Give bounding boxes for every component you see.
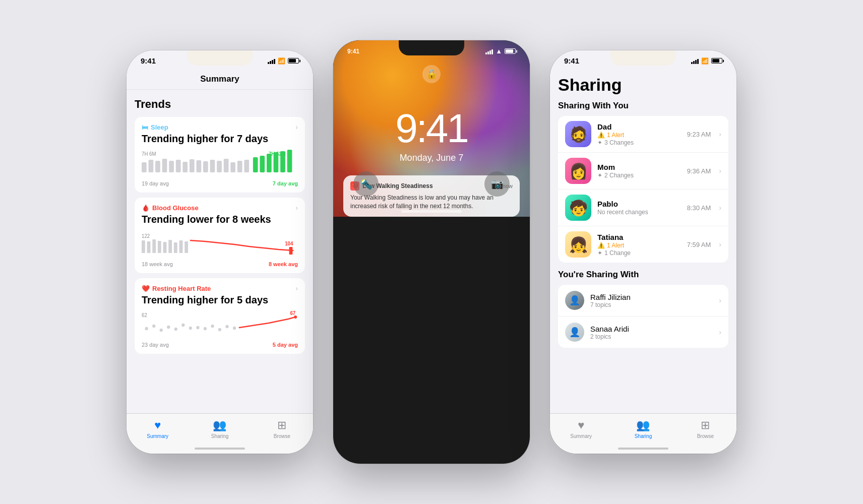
- svg-rect-30: [174, 242, 177, 253]
- alert-icon-dad: ⚠️: [597, 132, 605, 139]
- home-indicator-middle: [401, 210, 462, 213]
- tab-browse-label-left: Browse: [274, 433, 290, 439]
- pablo-info: Pablo No recent changes: [597, 200, 681, 216]
- mom-name: Mom: [597, 163, 681, 171]
- svg-point-47: [226, 326, 228, 328]
- phone-left: 9:41 📶 Summary Trends: [127, 50, 313, 454]
- svg-rect-21: [287, 150, 292, 172]
- youre-sharing-section: 👤 Raffi Jilizian 7 topics › 👤 Sanaa Arid…: [558, 285, 728, 348]
- lock-status-icons: ▲: [485, 47, 516, 55]
- svg-point-39: [167, 326, 170, 329]
- lock-status-time: 9:41: [347, 48, 359, 55]
- lock-time: 9:41: [333, 108, 530, 149]
- tab-browse-right[interactable]: ⊞ Browse: [674, 419, 736, 439]
- glucose-chart-labels: 18 week avg 8 week avg: [142, 261, 298, 267]
- sharing-row-mom[interactable]: 👩 Mom ✦ 2 Changes 9:36 AM ›: [558, 153, 728, 190]
- svg-rect-9: [203, 161, 208, 172]
- svg-point-40: [174, 328, 177, 331]
- lock-bottom-icons: 🔦 📷: [333, 171, 530, 197]
- avatar-tatiana: 👧: [565, 231, 591, 258]
- dad-time: 9:23 AM: [687, 131, 711, 138]
- svg-rect-0: [142, 162, 147, 172]
- raffi-emoji: 👤: [569, 295, 580, 306]
- svg-text:7H 6M: 7H 6M: [142, 151, 156, 157]
- sharing-page-title: Sharing: [558, 67, 728, 101]
- avatar-sanaa: 👤: [565, 323, 584, 342]
- svg-rect-33: [289, 247, 293, 255]
- status-icons-left: 📶: [268, 57, 299, 65]
- trend-card-glucose[interactable]: 🩸 Blood Glucose › Trending lower for 8 w…: [135, 198, 305, 273]
- svg-rect-14: [237, 161, 242, 172]
- sharing-row-raffi[interactable]: 👤 Raffi Jilizian 7 topics ›: [558, 285, 728, 317]
- glucose-description: Trending lower for 8 weeks: [142, 214, 298, 225]
- sleep-chart-labels: 19 day avg 7 day avg: [142, 180, 298, 186]
- raffi-name: Raffi Jilizian: [590, 293, 713, 301]
- glucose-label: 🩸 Blood Glucose: [142, 204, 199, 212]
- heart-chevron-icon: ›: [295, 284, 298, 292]
- svg-rect-16: [253, 157, 258, 172]
- sharing-screen: 9:41 📶 Sharing Sharing With You: [550, 50, 736, 454]
- sleep-chart: 7H 52M 7H 6M: [142, 150, 298, 177]
- heart-icon: ❤️: [142, 285, 150, 292]
- dad-info: Dad ⚠️ 1 Alert ✦ 3 Changes: [597, 122, 681, 146]
- sleep-chevron-icon: ›: [295, 123, 298, 131]
- mom-time: 9:36 AM: [687, 167, 711, 175]
- tatiana-avatar-emoji: 👧: [569, 236, 588, 254]
- svg-point-46: [219, 329, 221, 331]
- svg-rect-8: [197, 160, 202, 172]
- sleep-description: Trending higher for 7 days: [142, 133, 298, 145]
- flashlight-icon[interactable]: 🔦: [353, 171, 379, 197]
- dad-alert: ⚠️ 1 Alert: [597, 132, 681, 139]
- glucose-chart: 104 122: [142, 230, 298, 258]
- trends-title: Trends: [135, 98, 305, 111]
- svg-rect-29: [168, 240, 172, 253]
- tab-summary-left[interactable]: ♥ Summary: [127, 419, 189, 439]
- tab-summary-right[interactable]: ♥ Summary: [550, 419, 612, 439]
- svg-text:67: 67: [290, 311, 295, 316]
- summary-title: Summary: [200, 74, 239, 84]
- youre-sharing-title: You're Sharing With: [558, 270, 728, 280]
- svg-rect-28: [163, 242, 167, 253]
- sharing-row-pablo[interactable]: 🧒 Pablo No recent changes 8:30 AM ›: [558, 190, 728, 226]
- notch-right: [610, 50, 676, 66]
- status-icons-right: 📶: [691, 57, 722, 65]
- tab-sharing-left[interactable]: 👥 Sharing: [189, 419, 251, 439]
- mom-changes: ✦ 2 Changes: [597, 172, 681, 179]
- home-indicator-right: [618, 448, 668, 450]
- heart-recent-label: 5 day avg: [273, 342, 298, 348]
- signal-icon-middle: [485, 48, 493, 54]
- svg-rect-11: [217, 161, 222, 172]
- wifi-icon-middle: ▲: [496, 47, 502, 55]
- sanaa-emoji: 👤: [569, 327, 580, 338]
- alert-icon-tatiana: ⚠️: [597, 242, 605, 249]
- battery-icon-right: [711, 58, 722, 64]
- signal-icon-left: [268, 58, 275, 64]
- raffi-info: Raffi Jilizian 7 topics: [590, 293, 713, 308]
- tatiana-alert: ⚠️ 1 Alert: [597, 242, 681, 249]
- glucose-icon: 🩸: [142, 204, 150, 212]
- tab-browse-left[interactable]: ⊞ Browse: [251, 419, 313, 439]
- sharing-row-tatiana[interactable]: 👧 Tatiana ⚠️ 1 Alert ✦ 1 Change 7:59: [558, 226, 728, 263]
- raffi-topics: 7 topics: [590, 301, 713, 308]
- sharing-row-dad[interactable]: 🧔 Dad ⚠️ 1 Alert ✦ 3 Changes 9:23 AM: [558, 116, 728, 153]
- sleep-recent-label: 7 day avg: [273, 180, 298, 186]
- trend-category-glucose: 🩸 Blood Glucose ›: [142, 204, 298, 212]
- trend-card-heart[interactable]: ❤️ Resting Heart Rate › Trending higher …: [135, 278, 305, 354]
- tab-sharing-right[interactable]: 👥 Sharing: [612, 419, 674, 439]
- mom-avatar-emoji: 👩: [569, 162, 588, 180]
- summary-tab-icon: ♥: [154, 419, 161, 432]
- svg-point-41: [182, 324, 184, 327]
- battery-icon-middle: [505, 48, 516, 54]
- changes-icon-tatiana: ✦: [597, 249, 602, 257]
- dad-changes: ✦ 3 Changes: [597, 139, 681, 146]
- svg-point-42: [189, 327, 192, 330]
- svg-rect-7: [190, 159, 195, 172]
- svg-point-44: [204, 328, 207, 330]
- sharing-row-sanaa[interactable]: 👤 Sanaa Aridi 2 topics ›: [558, 317, 728, 348]
- sanaa-chevron-icon: ›: [719, 328, 721, 336]
- trend-category-sleep: 🛏 Sleep ›: [142, 123, 298, 131]
- avatar-raffi: 👤: [565, 291, 584, 310]
- svg-rect-5: [176, 160, 181, 172]
- trend-card-sleep[interactable]: 🛏 Sleep › Trending higher for 7 days: [135, 117, 305, 193]
- camera-icon[interactable]: 📷: [484, 171, 510, 197]
